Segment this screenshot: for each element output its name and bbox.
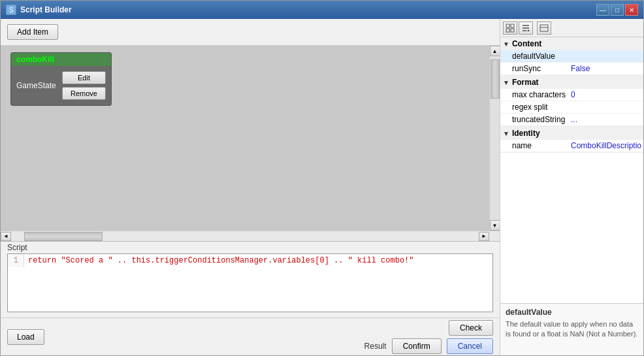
props-description: defaultValue The default value to apply … <box>500 303 643 355</box>
tree-row-truncatedstring[interactable]: truncatedString ... <box>500 114 643 126</box>
node-label: GameState <box>16 81 56 90</box>
bottom-left: Load <box>7 329 44 345</box>
tree-section-content: ▼ Content defaultValue runSync False <box>500 37 643 76</box>
confirm-button[interactable]: Confirm <box>392 338 442 354</box>
content-area: Add Item comboKill GameState Edit Remo <box>1 19 643 355</box>
tree-row-regexsplit[interactable]: regex split <box>500 101 643 114</box>
scroll-left-button[interactable]: ◄ <box>1 232 11 241</box>
script-line-1: 1 return "Scored a " .. this.triggerCond… <box>8 254 492 267</box>
scroll-thumb-h[interactable] <box>24 232 103 241</box>
node-header: comboKill <box>11 53 111 66</box>
tree-section-header-identity[interactable]: ▼ Identity <box>500 127 643 140</box>
tree-value-maxchars: 0 <box>571 90 575 99</box>
window-icon: S <box>6 5 16 15</box>
main-window: S Script Builder — □ ✕ Add Item comboKil… <box>0 0 644 356</box>
script-editor[interactable]: 1 return "Scored a " .. this.triggerCond… <box>7 253 493 312</box>
tree-row-name[interactable]: name ComboKillDescriptio <box>500 140 643 152</box>
tree-row-defaultvalue[interactable]: defaultValue <box>500 50 643 63</box>
svg-marker-7 <box>527 29 530 31</box>
script-label: Script <box>1 242 500 253</box>
scroll-right-button[interactable]: ► <box>479 232 489 241</box>
props-desc-title: defaultValue <box>506 308 638 317</box>
tree-row-runsync[interactable]: runSync False <box>500 63 643 75</box>
tree-section-label-content: Content <box>512 39 541 48</box>
tree-arrow-content: ▼ <box>503 40 509 48</box>
check-button[interactable]: Check <box>449 320 493 336</box>
cancel-button[interactable]: Cancel <box>447 338 493 354</box>
props-tool-btn-3[interactable] <box>537 22 551 35</box>
add-item-button[interactable]: Add Item <box>7 24 58 40</box>
tree-key-name: name <box>512 141 571 150</box>
line-code-1: return "Scored a " .. this.triggerCondit… <box>24 254 418 267</box>
grid-icon <box>506 24 515 33</box>
title-bar: S Script Builder — □ ✕ <box>1 1 643 19</box>
tree-section-header-format[interactable]: ▼ Format <box>500 76 643 89</box>
canvas-vscroll: ▲ ▼ <box>489 46 500 231</box>
scroll-track-v <box>490 56 500 220</box>
svg-rect-3 <box>511 29 514 32</box>
main-panel: Add Item comboKill GameState Edit Remo <box>1 19 500 355</box>
props-desc-text: The default value to apply when no data … <box>506 319 638 340</box>
tree-section-format: ▼ Format max characters 0 regex split tr… <box>500 76 643 127</box>
tree-section-identity: ▼ Identity name ComboKillDescriptio <box>500 127 643 153</box>
tree-section-label-identity: Identity <box>512 129 540 138</box>
tree-arrow-identity: ▼ <box>503 130 509 137</box>
right-panel: ▼ Content defaultValue runSync False <box>500 19 643 355</box>
tree-arrow-format: ▼ <box>503 79 509 86</box>
node-card: comboKill GameState Edit Remove <box>10 52 112 106</box>
maximize-button[interactable]: □ <box>611 4 624 16</box>
bottom-right: Check Result Confirm Cancel <box>364 320 493 354</box>
props-tool-btn-2[interactable] <box>519 22 533 35</box>
confirm-row: Result Confirm Cancel <box>364 338 493 354</box>
window-title: Script Builder <box>20 5 72 14</box>
canvas-hscroll: ◄ ► <box>1 231 500 241</box>
canvas-inner: comboKill GameState Edit Remove <box>1 46 500 231</box>
tree-row-maxchars[interactable]: max characters 0 <box>500 89 643 101</box>
script-section: Script 1 return "Scored a " .. this.trig… <box>1 241 500 317</box>
edit-button[interactable]: Edit <box>62 71 106 84</box>
tree-key-maxchars: max characters <box>512 90 571 99</box>
props-tool-btn-1[interactable] <box>503 22 517 35</box>
node-buttons: Edit Remove <box>62 71 106 100</box>
tree-key-regexsplit: regex split <box>512 103 571 112</box>
tree-value-runsync: False <box>571 64 590 73</box>
tree-key-truncatedstring: truncatedString <box>512 115 571 124</box>
check-row: Check <box>449 320 493 336</box>
tree-value-truncatedstring: ... <box>571 115 577 124</box>
title-bar-left: S Script Builder <box>6 5 72 15</box>
tree-section-label-format: Format <box>512 78 539 87</box>
props-tree: ▼ Content defaultValue runSync False <box>500 37 643 303</box>
svg-rect-1 <box>511 24 514 27</box>
minimize-button[interactable]: — <box>596 4 609 16</box>
bottom-bar: Load Check Result Confirm Cancel <box>1 317 500 355</box>
sort-icon <box>521 24 530 33</box>
close-button[interactable]: ✕ <box>625 4 638 16</box>
scroll-down-button[interactable]: ▼ <box>490 220 500 231</box>
svg-rect-2 <box>506 29 509 32</box>
svg-rect-0 <box>506 24 509 27</box>
node-body: GameState Edit Remove <box>11 66 111 105</box>
load-button[interactable]: Load <box>7 329 44 345</box>
title-controls: — □ ✕ <box>596 4 638 16</box>
list-icon <box>539 24 549 33</box>
tree-value-name: ComboKillDescriptio <box>571 141 641 150</box>
props-toolbar <box>500 19 643 37</box>
node-row: GameState Edit Remove <box>16 71 106 100</box>
toolbar: Add Item <box>1 19 500 46</box>
tree-key-defaultvalue: defaultValue <box>512 52 571 61</box>
canvas-area: comboKill GameState Edit Remove <box>1 46 500 231</box>
remove-button[interactable]: Remove <box>62 87 106 100</box>
tree-key-runsync: runSync <box>512 64 571 73</box>
scroll-thumb-v[interactable] <box>491 59 500 99</box>
result-label: Result <box>364 342 387 351</box>
line-number-1: 1 <box>8 254 24 267</box>
scroll-up-button[interactable]: ▲ <box>490 46 500 56</box>
tree-section-header-content[interactable]: ▼ Content <box>500 37 643 50</box>
svg-rect-8 <box>540 25 548 31</box>
